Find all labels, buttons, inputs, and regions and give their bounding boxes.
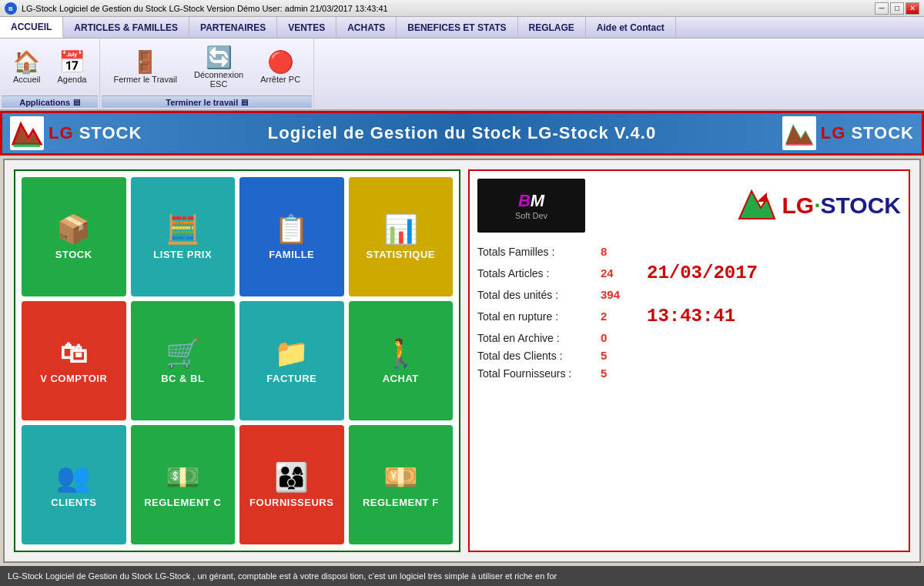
ribbon-accueil-button[interactable]: 🏠 Accueil: [6, 48, 47, 88]
stats-rows: Totals Familles : 8 Totals Articles : 24…: [477, 245, 901, 543]
title-bar-left: B LG-Stock Logiciel de Gestion du Stock …: [5, 2, 388, 15]
bc-bl-icon: 🛒: [166, 337, 201, 370]
door-icon: 🚪: [132, 52, 159, 73]
module-statistique-label: STATISTIQUE: [366, 249, 435, 260]
ribbon-deconnexion-button[interactable]: 🔄 DéconnexionESC: [187, 43, 250, 92]
title-bar-controls[interactable]: ─ □ ✕: [875, 2, 919, 15]
ribbon-label-terminer: Terminer le travail ▤: [102, 95, 312, 108]
module-fournisseurs[interactable]: 👨‍👩‍👦 FOURNISSEURS: [239, 425, 344, 544]
menu-aide[interactable]: Aide et Contact: [586, 17, 676, 38]
module-fournisseurs-label: FOURNISSEURS: [249, 497, 333, 508]
header-title: Logiciel de Gestion du Stock LG-Stock V.…: [142, 123, 782, 143]
stat-value-3: 2: [601, 310, 631, 323]
ribbon-deconnexion-label: DéconnexionESC: [194, 70, 243, 89]
time-display: 13:43:41: [647, 306, 735, 326]
reglement-c-icon: 💵: [166, 461, 201, 494]
stat-value-6: 5: [601, 367, 631, 380]
stats-logos: BM Soft Dev LG·STOCK: [477, 179, 901, 233]
famille-icon: 📋: [274, 213, 310, 246]
stats-panel: BM Soft Dev LG·STOCK T: [468, 169, 910, 552]
app-icon: B: [5, 2, 17, 15]
stat-value-5: 5: [601, 349, 631, 362]
stat-value-0: 8: [601, 245, 631, 258]
ribbon-arreter-button[interactable]: 🔴 Arrêter PC: [253, 48, 307, 88]
stat-label-1: Totals Articles :: [477, 267, 601, 280]
header-logo-text-right: LG·STOCK: [821, 123, 914, 143]
power-icon: 🔴: [267, 52, 294, 73]
main-content: 📦 STOCK 🧮 LISTE PRIX 📋 FAMILLE 📊 STATIST…: [3, 159, 921, 563]
module-reglement-f-label: REGLEMENT F: [363, 497, 439, 508]
ribbon-arreter-label: Arrêter PC: [260, 75, 300, 84]
stat-label-4: Total en Archive :: [477, 332, 601, 344]
menu-partenaires[interactable]: PARTENAIRES: [189, 17, 277, 38]
stat-label-2: Total des unités :: [477, 289, 601, 301]
menu-bar: ACCUEIL ARTICLES & FAMILLES PARTENAIRES …: [0, 17, 924, 39]
module-reglement-f[interactable]: 💴 REGLEMENT F: [349, 425, 454, 544]
module-achat-label: ACHAT: [383, 373, 419, 384]
stat-value-2: 394: [601, 288, 631, 301]
ribbon-buttons-applications: 🏠 Accueil 📅 Agenda: [2, 40, 98, 95]
ribbon-section-applications: 🏠 Accueil 📅 Agenda Applications ▤: [0, 39, 100, 109]
stat-row-1: Totals Articles : 24 21/03/2017: [477, 263, 901, 283]
module-liste-prix[interactable]: 🧮 LISTE PRIX: [131, 177, 236, 296]
clients-icon: 👥: [56, 461, 92, 494]
bm-logo-text: BM: [518, 191, 544, 211]
module-bc-bl-label: BC & BL: [161, 373, 204, 384]
header-logo-text-left: LG·STOCK: [49, 123, 142, 143]
module-bc-bl[interactable]: 🛒 BC & BL: [131, 301, 236, 420]
bm-logo: BM Soft Dev: [477, 179, 585, 233]
home-icon: 🏠: [13, 52, 40, 73]
footer: LG-Stock Logiciel de Gestion du Stock LG…: [0, 566, 924, 586]
stat-row-2: Total des unités : 394: [477, 288, 901, 301]
reglement-f-icon: 💴: [383, 461, 419, 494]
lg-stock-logo: LG·STOCK: [736, 185, 901, 226]
module-facture[interactable]: 📁 FACTURE: [239, 301, 344, 420]
date-display: 21/03/2017: [647, 263, 758, 283]
title-bar: B LG-Stock Logiciel de Gestion du Stock …: [0, 0, 924, 17]
header-banner: LG·STOCK Logiciel de Gestion du Stock LG…: [0, 111, 924, 156]
ribbon-agenda-label: Agenda: [57, 75, 86, 84]
ribbon-section-icon: ▤: [73, 98, 80, 106]
stat-value-4: 0: [601, 331, 631, 344]
v-comptoir-icon: 🛍: [60, 337, 89, 370]
statistique-icon: 📊: [383, 213, 419, 246]
menu-achats[interactable]: ACHATS: [336, 17, 397, 38]
stat-label-5: Total des Clients :: [477, 350, 601, 362]
menu-benefices[interactable]: BENEFICES ET STATS: [397, 17, 517, 38]
module-reglement-c[interactable]: 💵 REGLEMENT C: [131, 425, 236, 544]
close-button[interactable]: ✕: [906, 2, 919, 15]
ribbon-label-applications: Applications ▤: [2, 95, 98, 108]
module-famille-label: FAMILLE: [269, 249, 314, 260]
module-stock-label: STOCK: [55, 249, 92, 260]
header-logo-right: LG·STOCK: [782, 116, 914, 150]
menu-reglage[interactable]: REGLAGE: [518, 17, 586, 38]
module-clients[interactable]: 👥 CLIENTS: [22, 425, 126, 544]
module-v-comptoir-label: V COMPTOIR: [40, 373, 107, 384]
stat-value-1: 24: [601, 266, 631, 280]
module-v-comptoir[interactable]: 🛍 V COMPTOIR: [22, 301, 126, 420]
ribbon: 🏠 Accueil 📅 Agenda Applications ▤ 🚪 Ferm…: [0, 39, 924, 111]
menu-ventes[interactable]: VENTES: [277, 17, 336, 38]
ribbon-agenda-button[interactable]: 📅 Agenda: [50, 48, 93, 88]
maximize-button[interactable]: □: [890, 2, 904, 15]
minimize-button[interactable]: ─: [875, 2, 889, 15]
logo-right-icon: [782, 116, 816, 150]
ribbon-fermer-label: Fermer le Travail: [113, 75, 177, 84]
module-facture-label: FACTURE: [266, 373, 316, 384]
ribbon-accueil-label: Accueil: [13, 75, 40, 84]
ribbon-section2-icon: ▤: [241, 98, 248, 106]
stat-row-5: Total des Clients : 5: [477, 349, 901, 362]
module-statistique[interactable]: 📊 STATISTIQUE: [349, 177, 454, 296]
logo-left-icon: [10, 116, 44, 150]
stat-row-3: Total en rupture : 2 13:43:41: [477, 306, 901, 326]
stat-row-4: Total en Archive : 0: [477, 331, 901, 344]
ribbon-fermer-button[interactable]: 🚪 Fermer le Travail: [106, 48, 184, 88]
stat-label-3: Total en rupture :: [477, 310, 601, 323]
menu-articles[interactable]: ARTICLES & FAMILLES: [63, 17, 189, 38]
header-logo-left: LG·STOCK: [10, 116, 142, 150]
menu-accueil[interactable]: ACCUEIL: [0, 17, 63, 38]
module-achat[interactable]: 🚶 ACHAT: [349, 301, 454, 420]
module-liste-prix-label: LISTE PRIX: [153, 249, 212, 260]
module-stock[interactable]: 📦 STOCK: [22, 177, 126, 296]
module-famille[interactable]: 📋 FAMILLE: [239, 177, 344, 296]
